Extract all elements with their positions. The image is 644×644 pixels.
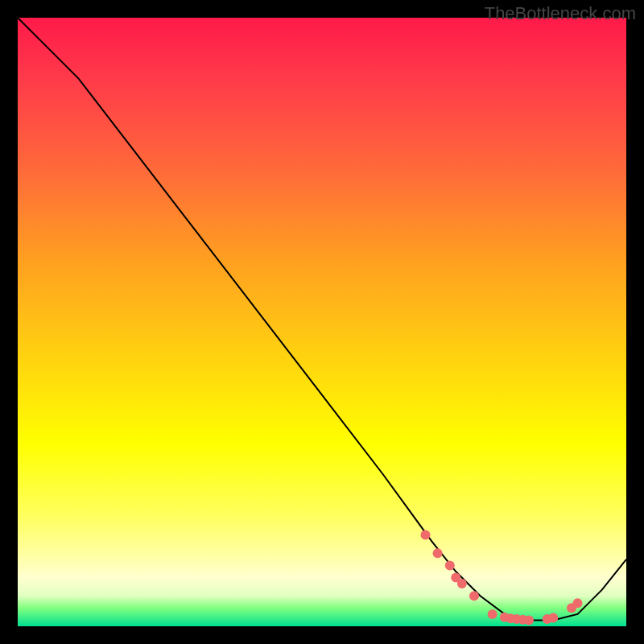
marker-dot [457, 579, 467, 588]
chart-svg [18, 18, 626, 626]
marker-dot [421, 530, 431, 540]
marker-dot [524, 615, 534, 625]
marker-dot [573, 598, 583, 608]
marker-dot [433, 548, 443, 558]
marker-dot [469, 591, 479, 601]
curve-line [18, 18, 626, 620]
marker-dot [445, 560, 455, 570]
marker-dot [488, 609, 497, 619]
watermark-text: TheBottleneck.com [485, 3, 636, 24]
marker-dot [548, 613, 558, 622]
marker-group [421, 530, 583, 625]
